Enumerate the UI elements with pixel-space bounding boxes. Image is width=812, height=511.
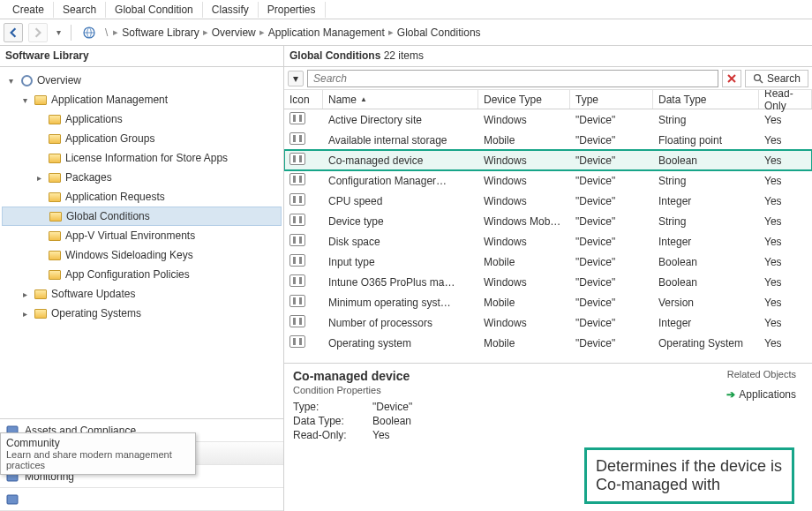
row-name-cell: Device type (323, 215, 478, 228)
search-button[interactable]: Search (745, 70, 808, 87)
tree-item-app-v-virtual-environments[interactable]: App-V Virtual Environments (2, 226, 282, 245)
row-name-cell: Operating system (323, 337, 478, 349)
row-icon-cell (284, 234, 323, 249)
table-row[interactable]: Active Directory siteWindows"Device"Stri… (284, 109, 812, 130)
row-type-cell: "Device" (570, 337, 653, 349)
col-data-type[interactable]: Data Type (653, 90, 759, 109)
menu-properties[interactable]: Properties (259, 2, 326, 18)
related-objects-label: Related Objects (727, 369, 796, 379)
table-row[interactable]: Operating systemMobile"Device"Operating … (284, 333, 812, 353)
col-name[interactable]: Name▲ (323, 90, 478, 109)
community-tooltip: Community Learn and share modern managem… (0, 432, 196, 475)
col-icon[interactable]: Icon (284, 90, 323, 109)
menu-search[interactable]: Search (54, 2, 106, 18)
tree-item-label: License Information for Store Apps (65, 152, 228, 164)
table-row[interactable]: Co-managed deviceWindows"Device"BooleanY… (284, 150, 812, 170)
tree-item-applications[interactable]: Applications (2, 109, 282, 129)
expander-icon[interactable]: ▾ (5, 76, 16, 86)
row-type-cell: "Device" (570, 154, 653, 167)
row-name-cell: Co-managed device (323, 154, 478, 167)
col-type[interactable]: Type (570, 90, 653, 109)
workspace-item[interactable] (0, 488, 283, 511)
row-readonly-cell: Yes (759, 317, 812, 329)
row-data-cell: String (653, 215, 759, 228)
table-row[interactable]: Minimum operating syst…Mobile"Device"Ver… (284, 292, 812, 312)
tree-item-application-requests[interactable]: Application Requests (2, 187, 282, 207)
arrow-right-icon: ➔ (726, 388, 735, 401)
tooltip-title: Community (6, 437, 190, 449)
expander-icon[interactable]: ▸ (19, 309, 30, 319)
row-data-cell: Integer (653, 317, 759, 329)
row-readonly-cell: Yes (759, 256, 812, 268)
tree-item-global-conditions[interactable]: Global Conditions (2, 207, 282, 226)
row-icon-cell (284, 254, 323, 269)
tree-item-label: Application Groups (65, 132, 154, 145)
col-read-only[interactable]: Read-Only (759, 90, 812, 109)
table-row[interactable]: Available internal storageMobile"Device"… (284, 130, 812, 150)
expander-icon[interactable]: ▸ (19, 289, 30, 299)
col-device-type[interactable]: Device Type (478, 90, 570, 109)
condition-icon (289, 274, 305, 287)
condition-icon (289, 295, 305, 307)
breadcrumb-item[interactable]: Overview (212, 26, 256, 39)
row-readonly-cell: Yes (759, 154, 812, 167)
condition-icon (289, 335, 305, 348)
row-name-cell: Intune O365 ProPlus ma… (323, 276, 478, 289)
tree-item-license-information-for-store-apps[interactable]: License Information for Store Apps (2, 148, 282, 168)
row-data-cell: Version (653, 297, 759, 309)
applications-link[interactable]: ➔Applications (726, 388, 796, 401)
tree-item-operating-systems[interactable]: ▸Operating Systems (2, 304, 282, 323)
clear-search-button[interactable] (722, 70, 741, 87)
expander-icon[interactable]: ▾ (19, 95, 30, 105)
menu-classify[interactable]: Classify (203, 2, 259, 18)
row-data-cell: Integer (653, 236, 759, 248)
row-icon-cell (284, 153, 323, 168)
breadcrumb-item[interactable]: Application Management (268, 26, 385, 39)
table-row[interactable]: Disk spaceWindows"Device"IntegerYes (284, 231, 812, 252)
tree-item-windows-sideloading-keys[interactable]: Windows Sideloading Keys (2, 245, 282, 265)
tree-item-application-management[interactable]: ▾Application Management (2, 90, 282, 109)
table-row[interactable]: Intune O365 ProPlus ma…Windows"Device"Bo… (284, 272, 812, 292)
navigation-tree[interactable]: ▾Overview▾Application ManagementApplicat… (0, 67, 283, 418)
menu-global-condition[interactable]: Global Condition (106, 2, 203, 18)
row-name-cell: Disk space (323, 236, 478, 248)
breadcrumb-sep: \ (105, 26, 108, 39)
tree-item-application-groups[interactable]: Application Groups (2, 129, 282, 148)
row-device-cell: Windows (478, 114, 570, 126)
folder-icon (34, 93, 48, 107)
search-dropdown-button[interactable]: ▾ (288, 71, 304, 86)
breadcrumb-item[interactable]: Global Conditions (397, 26, 481, 39)
table-row[interactable]: Input typeMobile"Device"BooleanYes (284, 252, 812, 272)
expander-icon[interactable]: ▸ (34, 173, 44, 183)
table-row[interactable]: Configuration Manager…Windows"Device"Str… (284, 170, 812, 191)
row-name-cell: Number of processors (323, 317, 478, 329)
gear-icon (19, 73, 34, 87)
tree-item-overview[interactable]: ▾Overview (2, 71, 282, 90)
table-row[interactable]: Device typeWindows Mob…"Device"StringYes (284, 211, 812, 231)
nav-back-button[interactable] (4, 23, 23, 42)
row-readonly-cell: Yes (759, 236, 812, 248)
gc-icon (49, 209, 63, 223)
row-icon-cell (284, 193, 323, 208)
row-icon-cell (284, 214, 323, 229)
nav-history-dropdown[interactable]: ▾ (53, 27, 64, 37)
breadcrumb-item[interactable]: Software Library (122, 26, 199, 39)
menu-create[interactable]: Create (4, 2, 54, 18)
table-row[interactable]: CPU speedWindows"Device"IntegerYes (284, 191, 812, 211)
nav-forward-button (28, 23, 48, 42)
row-device-cell: Windows (478, 276, 570, 289)
table-row[interactable]: Number of processorsWindows"Device"Integ… (284, 312, 812, 333)
tree-item-label: Windows Sideloading Keys (65, 249, 193, 261)
app-icon (48, 151, 62, 165)
sort-asc-icon: ▲ (360, 95, 367, 103)
tree-item-software-updates[interactable]: ▸Software Updates (2, 284, 282, 304)
row-device-cell: Windows (478, 154, 570, 167)
tree-item-packages[interactable]: ▸Packages (2, 168, 282, 187)
row-device-cell: Windows (478, 175, 570, 187)
row-type-cell: "Device" (570, 297, 653, 309)
search-input[interactable] (307, 70, 718, 87)
row-data-cell: Floating point (653, 134, 759, 147)
row-data-cell: Boolean (653, 154, 759, 167)
row-type-cell: "Device" (570, 236, 653, 248)
tree-item-app-configuration-policies[interactable]: App Configuration Policies (2, 265, 282, 284)
